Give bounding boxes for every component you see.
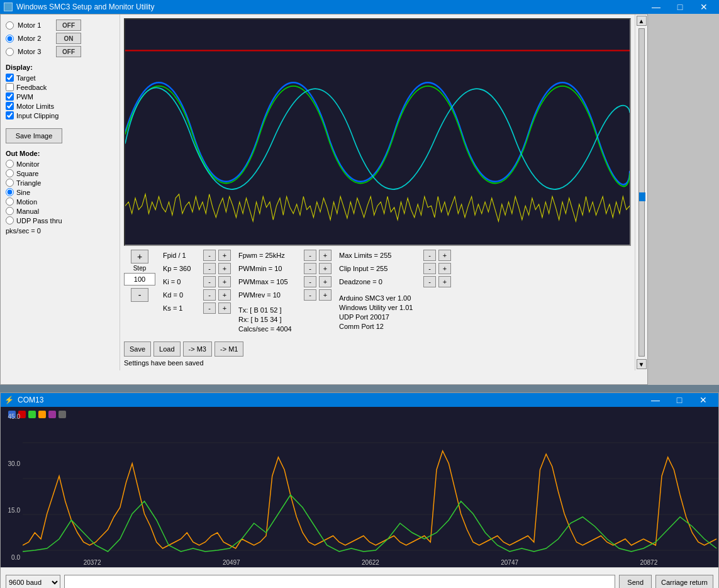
pwmmax-plus[interactable]: + xyxy=(319,276,332,287)
clipinput-row: Clip Input = 255 - + xyxy=(339,263,451,274)
triangle-radio[interactable] xyxy=(6,179,14,187)
ki-row: Ki = 0 - + xyxy=(163,276,231,287)
pwmmax-row: PWMmax = 105 - + xyxy=(238,276,332,287)
display-label: Display: xyxy=(6,64,114,71)
input-clipping-label: Input Clipping xyxy=(16,112,59,119)
maxlimits-plus[interactable]: + xyxy=(438,250,451,261)
sine-radio[interactable] xyxy=(6,188,14,196)
target-checkbox[interactable] xyxy=(6,74,14,82)
save-image-button[interactable]: Save Image xyxy=(6,128,62,143)
arduino-info: Arduino SMC3 ver 1.00 xyxy=(339,294,451,302)
step-control: + Step 100 - xyxy=(124,250,155,302)
kp-minus[interactable]: - xyxy=(203,263,216,274)
pwmmin-minus[interactable]: - xyxy=(304,263,316,274)
motor-group: Motor 1 OFF Motor 2 ON Motor 3 OFF xyxy=(6,19,114,57)
left-panel: Motor 1 OFF Motor 2 ON Motor 3 OFF Displ… xyxy=(1,14,120,370)
right-scrollbar[interactable]: ▲ ▼ xyxy=(635,14,647,370)
feedback-label: Feedback xyxy=(16,84,47,91)
com-input[interactable] xyxy=(64,575,615,589)
smc3-svg xyxy=(125,19,630,245)
deadzone-plus[interactable]: + xyxy=(438,276,451,287)
motor3-radio[interactable] xyxy=(6,48,14,56)
square-row: Square xyxy=(6,169,114,177)
baud-select[interactable]: 9600 baud 19200 baud 38400 baud 115200 b… xyxy=(6,575,60,589)
x-label-20372: 20372 xyxy=(84,559,101,566)
main-area: + Step 100 - Fpid / 1 - + Kp = 360 - xyxy=(120,14,635,370)
step-up-button[interactable]: + xyxy=(131,250,148,263)
monitor-row: Monitor xyxy=(6,160,114,168)
motor2-radio[interactable] xyxy=(6,35,14,43)
input-clipping-checkbox[interactable] xyxy=(6,111,14,119)
windows-info: Windows Utility ver 1.01 xyxy=(339,304,451,311)
udp-radio[interactable] xyxy=(6,216,14,225)
ki-plus[interactable]: + xyxy=(218,276,231,287)
pwmrev-plus[interactable]: + xyxy=(319,289,332,301)
fpwm-plus[interactable]: + xyxy=(319,250,332,261)
motor3-btn[interactable]: OFF xyxy=(56,46,81,57)
x-label-20747: 20747 xyxy=(501,559,518,566)
send-button[interactable]: Send xyxy=(619,575,652,589)
com13-bottom-bar: 9600 baud 19200 baud 38400 baud 115200 b… xyxy=(1,567,718,588)
com13-close[interactable]: ✕ xyxy=(692,393,715,407)
pid-params: Fpid / 1 - + Kp = 360 - + Ki = 0 - + xyxy=(163,250,231,314)
pwmrev-minus[interactable]: - xyxy=(304,289,316,301)
y-axis-labels: 45.0 30.0 15.0 0.0 xyxy=(1,407,23,567)
load-button[interactable]: Load xyxy=(153,341,180,357)
kd-plus[interactable]: + xyxy=(218,289,231,301)
step-value: 100 xyxy=(124,273,155,286)
ki-minus[interactable]: - xyxy=(203,276,216,287)
step-down-button[interactable]: - xyxy=(131,288,148,302)
motor-limits-checkbox[interactable] xyxy=(6,102,14,110)
clipinput-minus[interactable]: - xyxy=(423,263,436,274)
m1-button[interactable]: -> M1 xyxy=(215,341,243,357)
pwmmin-plus[interactable]: + xyxy=(319,263,332,274)
com13-icon: ⚡ xyxy=(4,396,14,404)
ki-label: Ki = 0 xyxy=(163,278,201,286)
target-label: Target xyxy=(16,74,36,82)
clipinput-plus[interactable]: + xyxy=(438,263,451,274)
motor1-btn[interactable]: OFF xyxy=(56,19,81,31)
save-button[interactable]: Save xyxy=(124,341,151,357)
udp-row: UDP Pass thru xyxy=(6,216,114,225)
motion-radio[interactable] xyxy=(6,197,14,206)
square-radio[interactable] xyxy=(6,169,14,177)
scroll-up-button[interactable]: ▲ xyxy=(637,16,647,26)
scroll-down-button[interactable]: ▼ xyxy=(637,359,647,369)
kp-plus[interactable]: + xyxy=(218,263,231,274)
kd-row: Kd = 0 - + xyxy=(163,289,231,301)
motor-limits-label: Motor Limits xyxy=(16,103,54,110)
y-label-45: 45.0 xyxy=(1,413,20,420)
deadzone-row: Deadzone = 0 - + xyxy=(339,276,451,287)
target-row: Target xyxy=(6,74,114,82)
pwmmax-minus[interactable]: - xyxy=(304,276,316,287)
minimize-button[interactable]: — xyxy=(645,0,667,14)
m3-button[interactable]: -> M3 xyxy=(183,341,212,357)
com13-maximize[interactable]: □ xyxy=(668,393,691,407)
comm-info: Comm Port 12 xyxy=(339,323,451,330)
monitor-radio[interactable] xyxy=(6,160,14,168)
deadzone-minus[interactable]: - xyxy=(423,276,436,287)
fpwm-minus[interactable]: - xyxy=(304,250,316,261)
com13-minimize[interactable]: — xyxy=(644,393,667,407)
maxlimits-label: Max Limits = 255 xyxy=(339,252,421,259)
maxlimits-minus[interactable]: - xyxy=(423,250,436,261)
fpid-plus[interactable]: + xyxy=(218,250,231,261)
feedback-checkbox[interactable] xyxy=(6,83,14,91)
manual-radio[interactable] xyxy=(6,207,14,215)
separator xyxy=(0,385,719,392)
com13-window: ⚡ COM13 — □ ✕ 45.0 30.0 15.0 0.0 xyxy=(0,392,719,588)
fpid-minus[interactable]: - xyxy=(203,250,216,261)
close-button[interactable]: ✕ xyxy=(693,0,715,14)
carriage-return-button[interactable]: Carriage return xyxy=(655,575,713,589)
x-label-20622: 20622 xyxy=(362,559,379,566)
maximize-button[interactable]: □ xyxy=(669,0,691,14)
kd-minus[interactable]: - xyxy=(203,289,216,301)
motor1-radio[interactable] xyxy=(6,21,14,30)
motor2-btn[interactable]: ON xyxy=(56,33,81,44)
input-clipping-row: Input Clipping xyxy=(6,111,114,119)
feedback-row: Feedback xyxy=(6,83,114,91)
ks-plus[interactable]: + xyxy=(218,302,231,314)
pwm-checkbox[interactable] xyxy=(6,92,14,101)
ks-minus[interactable]: - xyxy=(203,302,216,314)
sine-row: Sine xyxy=(6,188,114,196)
